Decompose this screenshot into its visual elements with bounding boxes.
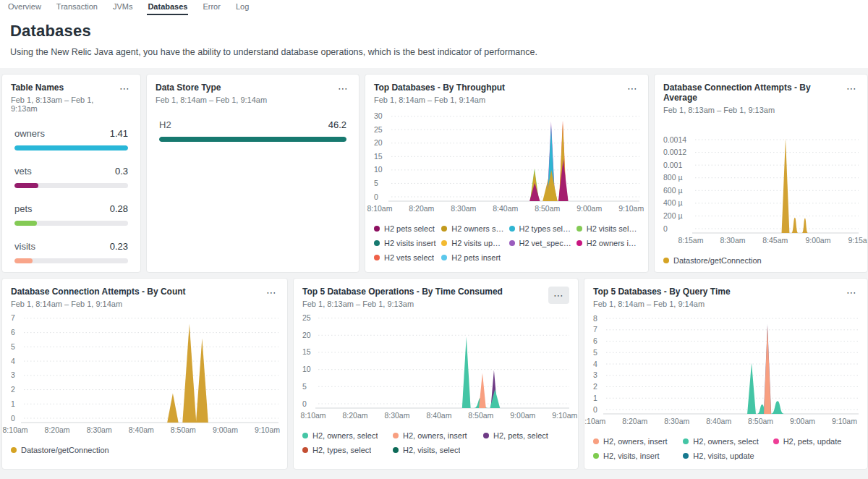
panel-menu-icon[interactable]: ⋯	[626, 82, 639, 94]
legend-label: Datastore/getConnection	[673, 256, 762, 265]
throughput-chart[interactable]: 3025201510508:10am8:20am8:30am8:40am8:50…	[374, 110, 639, 216]
legend-item[interactable]: H2, pets, select	[483, 431, 569, 440]
legend-dot-icon	[374, 226, 380, 232]
svg-text:9:00am: 9:00am	[805, 236, 830, 245]
panel-menu-icon[interactable]: ⋯	[265, 287, 278, 298]
svg-text:400 µ: 400 µ	[663, 198, 683, 207]
panel-menu-icon[interactable]: ⋯	[548, 287, 569, 304]
svg-text:8:50am: 8:50am	[748, 417, 773, 425]
legend-item[interactable]: H2 vet_specialti…	[509, 239, 572, 247]
legend-item[interactable]: H2 vets select	[374, 253, 437, 262]
bar-list: H246.2	[156, 119, 350, 142]
svg-text:2: 2	[11, 385, 15, 394]
panel-menu-icon[interactable]: ⋯	[118, 82, 132, 94]
top5-databases-chart[interactable]: 8765432108:10am8:20am8:30am8:40am8:50am9…	[593, 312, 859, 428]
svg-text:8:50am: 8:50am	[171, 425, 196, 434]
svg-text:3: 3	[11, 370, 15, 379]
svg-text:25: 25	[374, 125, 383, 134]
panel-menu-icon[interactable]: ⋯	[845, 82, 859, 94]
legend-item[interactable]: H2, visits, select	[393, 446, 479, 454]
legend-label: H2, visits, update	[693, 452, 754, 460]
panel-time-range: Feb 1, 8:13am – Feb 1, 9:13am	[302, 300, 503, 308]
svg-text:10: 10	[374, 165, 383, 174]
top-nav: Overview Transaction JVMs Databases Erro…	[0, 0, 868, 15]
legend-label: H2 owners insert	[587, 239, 639, 247]
panel-title: Top 5 Databases - By Query Time	[593, 287, 731, 297]
panel-time-range: Feb 1, 8:14am – Feb 1, 9:14am	[593, 300, 731, 308]
legend-label: H2 pets select	[384, 224, 435, 233]
svg-text:9:10am: 9:10am	[552, 411, 577, 420]
bar-row[interactable]: pets0.28	[11, 203, 132, 226]
legend-item[interactable]: H2 visits insert	[374, 239, 437, 247]
legend-item[interactable]: Datastore/getConnection	[11, 446, 278, 454]
svg-text:7: 7	[593, 325, 597, 334]
legend-item[interactable]: H2, pets, update	[773, 437, 859, 446]
panel-menu-icon[interactable]: ⋯	[336, 82, 350, 94]
bar-value: 1.41	[110, 128, 128, 139]
legend-item[interactable]: H2 owners select	[441, 224, 504, 233]
legend-item[interactable]: H2, owners, select	[683, 437, 768, 446]
tab-databases[interactable]: Databases	[147, 0, 188, 15]
svg-text:0.0012: 0.0012	[663, 148, 686, 156]
legend-dot-icon	[509, 240, 515, 246]
legend-dot-icon	[11, 447, 17, 453]
tab-error[interactable]: Error	[202, 0, 221, 15]
panel-title: Database Connection Attempts - By Averag…	[663, 82, 845, 103]
chart-svg: 0.00140.00120.001800 µ600 µ400 µ200 µ08:…	[663, 133, 859, 247]
page-subtitle: Using the New Relic Java agent, you have…	[10, 47, 858, 57]
svg-text:6: 6	[11, 328, 15, 336]
tab-overview[interactable]: Overview	[7, 0, 42, 15]
bar-fill	[14, 221, 37, 226]
legend-item[interactable]: H2 pets select	[374, 224, 437, 233]
svg-text:4: 4	[11, 357, 15, 365]
tab-transaction[interactable]: Transaction	[56, 0, 98, 15]
bar-track	[14, 183, 128, 188]
tab-jvms[interactable]: JVMs	[112, 0, 134, 15]
svg-text:0: 0	[11, 414, 15, 423]
svg-text:8:20am: 8:20am	[622, 417, 647, 425]
tab-log[interactable]: Log	[235, 0, 250, 15]
legend-item[interactable]: H2, types, select	[302, 446, 388, 454]
panel-title: Data Store Type	[156, 82, 267, 93]
legend-dot-icon	[374, 255, 380, 260]
connection-average-chart[interactable]: 0.00140.00120.001800 µ600 µ400 µ200 µ08:…	[663, 133, 859, 247]
panel-menu-icon[interactable]: ⋯	[845, 287, 859, 298]
panel-connection-attempts-average: Database Connection Attempts - By Averag…	[654, 74, 868, 273]
legend-item[interactable]: H2 visits update	[441, 239, 504, 247]
bar-label: vets	[14, 166, 32, 177]
legend-dot-icon	[441, 240, 447, 246]
page-header: Databases Using the New Relic Java agent…	[0, 15, 868, 68]
legend-item[interactable]: H2 owners insert	[576, 239, 639, 247]
svg-text:8:45am: 8:45am	[762, 236, 788, 245]
legend-label: H2, types, select	[312, 446, 371, 454]
chart-svg: 25201510508:10am8:20am8:30am8:40am8:50am…	[302, 312, 569, 423]
bar-row[interactable]: visits0.23	[11, 241, 132, 263]
svg-text:5: 5	[11, 342, 15, 351]
connection-count-chart[interactable]: 765432108:10am8:20am8:30am8:40am8:50am9:…	[11, 312, 278, 437]
legend-item[interactable]: H2, visits, insert	[593, 452, 678, 460]
svg-text:8:50am: 8:50am	[468, 411, 493, 420]
bar-row[interactable]: H246.2	[156, 119, 350, 142]
legend-item[interactable]: H2, owners, insert	[393, 431, 479, 440]
legend-item[interactable]: H2, owners, insert	[593, 437, 678, 446]
svg-text:8:30am: 8:30am	[451, 204, 476, 213]
legend-item[interactable]: H2 pets insert	[441, 253, 504, 262]
legend-dot-icon	[509, 226, 515, 232]
legend-item[interactable]: H2, visits, update	[683, 452, 768, 460]
bar-row[interactable]: owners1.41	[11, 128, 132, 151]
legend-item[interactable]: Datastore/getConnection	[663, 256, 859, 265]
bar-row[interactable]: vets0.3	[11, 166, 132, 188]
legend-item[interactable]: H2 visits select	[576, 224, 639, 233]
top5-operations-chart[interactable]: 25201510508:10am8:20am8:30am8:40am8:50am…	[302, 312, 569, 423]
svg-text:8:30am: 8:30am	[664, 417, 689, 425]
bar-fill	[14, 183, 38, 188]
legend-label: H2 vet_specialti…	[519, 239, 572, 247]
legend-item[interactable]: H2 types select	[509, 224, 572, 233]
chart-legend: H2 pets selectH2 owners selectH2 types s…	[374, 224, 639, 262]
svg-text:8:10am: 8:10am	[301, 411, 326, 420]
legend-item[interactable]: H2, owners, select	[302, 431, 388, 440]
svg-text:5: 5	[593, 348, 597, 357]
legend-label: H2, visits, select	[403, 446, 460, 454]
legend-dot-icon	[683, 453, 689, 459]
svg-text:4: 4	[593, 360, 597, 368]
